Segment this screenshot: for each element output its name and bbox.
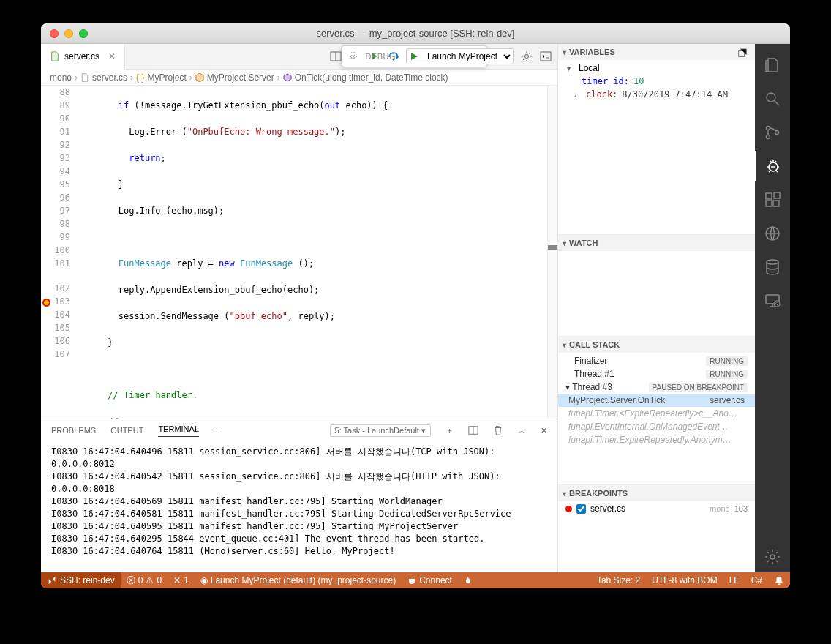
split-terminal-icon[interactable] [468, 425, 478, 435]
status-encoding[interactable]: UTF-8 with BOM [646, 572, 723, 588]
search-icon[interactable] [755, 83, 790, 114]
status-launch[interactable]: ◉Launch MyProject (default) (my_project-… [195, 572, 402, 588]
breadcrumb-namespace[interactable]: MyProject [147, 72, 186, 83]
settings-gear-icon[interactable] [755, 542, 790, 572]
svg-rect-6 [541, 52, 551, 61]
explorer-icon[interactable] [755, 50, 790, 80]
launch-select[interactable]: Launch MyProject [421, 50, 513, 62]
svg-point-21 [767, 260, 778, 264]
source-control-icon[interactable] [755, 117, 790, 148]
status-tools[interactable]: ✕1 [168, 572, 195, 588]
maximize-panel-icon[interactable]: ︿ [518, 425, 526, 436]
extensions-icon[interactable] [755, 184, 790, 215]
debug-sidebar: ▾VARIABLES ▾Local timer_id: 10 ›clock: 8… [557, 44, 755, 572]
close-tab-icon[interactable]: ✕ [108, 51, 116, 61]
breakpoint-dot-icon [565, 506, 572, 512]
activity-bar [755, 44, 790, 572]
stackframe-ontick[interactable]: MyProject.Server.OnTickserver.cs [558, 394, 755, 407]
debug-label: DEBUG [365, 52, 396, 61]
remote-icon[interactable] [755, 218, 790, 249]
terminal-select[interactable]: 5: Task - LaunchDefault ▾ [330, 424, 431, 437]
database-icon[interactable] [755, 252, 790, 282]
stackframe-2[interactable]: funapi.EventInternal.OnManagedEvent… [558, 420, 755, 433]
status-notifications-icon[interactable] [768, 572, 790, 588]
breakpoint-checkbox[interactable] [576, 504, 586, 514]
method-icon [283, 73, 292, 82]
debug-icon[interactable] [755, 151, 790, 181]
breadcrumb-file[interactable]: server.cs [92, 72, 127, 83]
thread-1[interactable]: Thread #1RUNNING [558, 367, 755, 381]
status-problems[interactable]: ⓧ0 ⚠0 [121, 572, 168, 588]
variable-timer-id[interactable]: timer_id: 10 [558, 75, 755, 88]
class-icon [195, 73, 204, 82]
svg-rect-19 [774, 192, 780, 198]
launch-config-select[interactable]: Launch MyProject [406, 48, 514, 64]
svg-rect-16 [766, 193, 772, 199]
gear-icon[interactable] [521, 50, 533, 62]
status-language[interactable]: C# [745, 572, 768, 588]
collapse-all-icon[interactable] [737, 48, 748, 59]
flame-icon [464, 576, 473, 585]
minimap[interactable] [547, 86, 557, 419]
file-icon [80, 73, 89, 82]
status-flame[interactable] [458, 572, 478, 588]
namespace-icon: { } [136, 72, 144, 83]
tools-icon: ✕ [173, 575, 181, 585]
callstack-header[interactable]: ▾CALL STACK [558, 337, 755, 353]
status-ssh[interactable]: SSH: rein-dev [41, 572, 121, 588]
titlebar: server.cs — my_project-source [SSH: rein… [41, 23, 790, 44]
watch-header[interactable]: ▾WATCH [558, 235, 755, 251]
start-debug-icon[interactable] [407, 52, 421, 61]
more-icon[interactable]: ⋯ [349, 51, 358, 61]
close-panel-icon[interactable]: ✕ [541, 426, 547, 435]
svg-point-5 [525, 55, 529, 59]
bottom-panel: PROBLEMS OUTPUT TERMINAL ⋯ 5: Task - Lau… [41, 419, 557, 572]
more-icon[interactable]: ⋯ [214, 426, 222, 435]
breakpoint-active-icon[interactable] [42, 299, 50, 307]
tab-terminal[interactable]: TERMINAL [158, 424, 199, 437]
window-title: server.cs — my_project-source [SSH: rein… [41, 28, 790, 39]
window-minimize[interactable] [64, 29, 73, 38]
breakpoint-item[interactable]: server.cs mono 103 [558, 501, 755, 516]
file-tab-server-cs[interactable]: server.cs ✕ [41, 44, 125, 70]
split-editor-icon[interactable] [330, 50, 342, 62]
status-connect[interactable]: Connect [402, 572, 458, 588]
tab-output[interactable]: OUTPUT [110, 426, 143, 435]
svg-line-11 [775, 101, 779, 105]
scope-local[interactable]: ▾Local [558, 61, 755, 75]
svg-point-13 [767, 135, 770, 139]
kill-terminal-icon[interactable] [493, 425, 503, 435]
status-eol[interactable]: LF [723, 572, 745, 588]
thread-3[interactable]: ▾ Thread #3PAUSED ON BREAKPOINT [558, 381, 755, 394]
remote-explorer-icon[interactable] [755, 285, 790, 316]
stackframe-1[interactable]: funapi.Timer.<ExpireRepeatedly>c__Ano… [558, 407, 755, 420]
status-tabsize[interactable]: Tab Size: 2 [591, 572, 646, 588]
stackframe-3[interactable]: funapi.Timer.ExpireRepeatedly.Anonym… [558, 433, 755, 446]
tab-problems[interactable]: PROBLEMS [51, 426, 96, 435]
warning-icon: ⚠ [146, 575, 154, 585]
plug-icon [407, 576, 416, 585]
breadcrumb[interactable]: mono › server.cs › { } MyProject › MyPro… [41, 70, 557, 86]
editor-tabs: server.cs ✕ ⠿ ⋯ DEBUG [41, 44, 557, 70]
terminal-output[interactable]: I0830 16:47:04.640496 15811 session_serv… [41, 441, 557, 572]
svg-point-14 [775, 131, 779, 135]
svg-point-12 [767, 127, 770, 130]
variable-clock[interactable]: ›clock: 8/30/2019 7:47:14 AM [558, 88, 755, 101]
window-zoom[interactable] [79, 29, 88, 38]
code-editor[interactable]: 8889909192939495969798991001011021031041… [41, 86, 557, 419]
new-terminal-icon[interactable]: ＋ [445, 425, 454, 436]
breadcrumb-class[interactable]: MyProject.Server [207, 72, 274, 83]
svg-point-10 [767, 93, 775, 102]
window-close[interactable] [50, 29, 59, 38]
status-bar: SSH: rein-dev ⓧ0 ⚠0 ✕1 ◉Launch MyProject… [41, 572, 790, 588]
svg-point-24 [770, 555, 775, 559]
breadcrumb-method[interactable]: OnTick(ulong timer_id, DateTime clock) [295, 72, 448, 83]
breakpoints-header[interactable]: ▾BREAKPOINTS [558, 485, 755, 501]
thread-finalizer[interactable]: FinalizerRUNNING [558, 354, 755, 367]
breadcrumb-folder[interactable]: mono [50, 72, 72, 83]
error-icon: ⓧ [127, 574, 135, 587]
svg-rect-18 [773, 201, 779, 206]
variables-header[interactable]: ▾VARIABLES [558, 44, 755, 60]
file-tab-label: server.cs [64, 51, 99, 61]
debug-console-icon[interactable] [540, 50, 552, 62]
